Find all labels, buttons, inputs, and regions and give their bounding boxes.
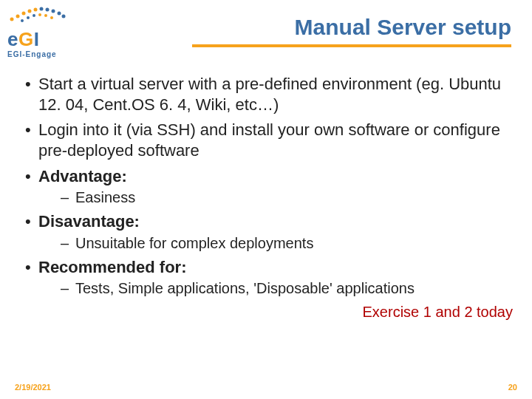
sub-text: Tests, Simple applications, 'Disposable'…	[75, 280, 415, 296]
svg-point-9	[62, 15, 66, 18]
svg-point-15	[50, 16, 53, 19]
logo-subtitle: EGI-Engage	[7, 50, 89, 58]
svg-point-13	[38, 13, 41, 16]
svg-point-3	[28, 10, 32, 13]
logo-letter-e: e	[7, 28, 18, 50]
svg-point-1	[16, 15, 20, 18]
svg-point-6	[46, 8, 50, 12]
slide-content: Start a virtual server with a pre-define…	[22, 74, 514, 321]
sub-item: Tests, Simple applications, 'Disposable'…	[38, 279, 514, 299]
svg-point-8	[58, 12, 61, 16]
sub-text: Unsuitable for complex deployments	[75, 235, 313, 251]
slide: eGI EGI-Engage Manual Server setup Start…	[0, 0, 532, 399]
sub-item: Unsuitable for complex deployments	[38, 234, 514, 253]
bullet-item: Advantage: Easiness	[22, 166, 514, 208]
bullet-list: Start a virtual server with a pre-define…	[22, 74, 514, 299]
svg-point-2	[22, 12, 26, 16]
bullet-item: Disavantage: Unsuitable for complex depl…	[22, 211, 514, 253]
bullet-text: Login into it (via SSH) and install your…	[38, 120, 500, 160]
bullet-text: Recommended for:	[38, 258, 186, 276]
svg-point-12	[33, 14, 35, 17]
logo-brand: eGI	[7, 30, 89, 49]
logo-letter-i: I	[34, 28, 40, 50]
sub-list: Tests, Simple applications, 'Disposable'…	[38, 279, 514, 299]
bullet-text: Disavantage:	[38, 212, 140, 231]
sub-list: Unsuitable for complex deployments	[38, 234, 514, 253]
footer-page: 20	[508, 383, 517, 392]
svg-point-11	[27, 16, 30, 19]
svg-point-0	[10, 18, 14, 21]
svg-point-14	[44, 14, 47, 17]
footer-date: 2/19/2021	[15, 383, 51, 392]
footer: 2/19/2021 20	[0, 383, 532, 392]
bullet-item: Start a virtual server with a pre-define…	[22, 74, 514, 115]
bullet-text: Start a virtual server with a pre-define…	[38, 75, 501, 114]
bullet-item: Recommended for: Tests, Simple applicati…	[22, 257, 514, 299]
svg-point-4	[34, 8, 38, 12]
sub-item: Easiness	[38, 188, 514, 208]
svg-point-10	[21, 19, 24, 22]
exercise-note: Exercise 1 and 2 today	[22, 303, 514, 322]
logo-letter-g: G	[18, 28, 34, 50]
sub-list: Easiness	[38, 188, 514, 208]
logo: eGI EGI-Engage	[7, 4, 89, 58]
svg-point-5	[40, 7, 44, 11]
bullet-item: Login into it (via SSH) and install your…	[22, 120, 514, 161]
svg-point-7	[52, 10, 55, 13]
logo-dots-icon	[7, 4, 66, 25]
bullet-text: Advantage:	[38, 167, 127, 185]
slide-title: Manual Server setup	[192, 15, 511, 47]
sub-text: Easiness	[75, 189, 135, 205]
